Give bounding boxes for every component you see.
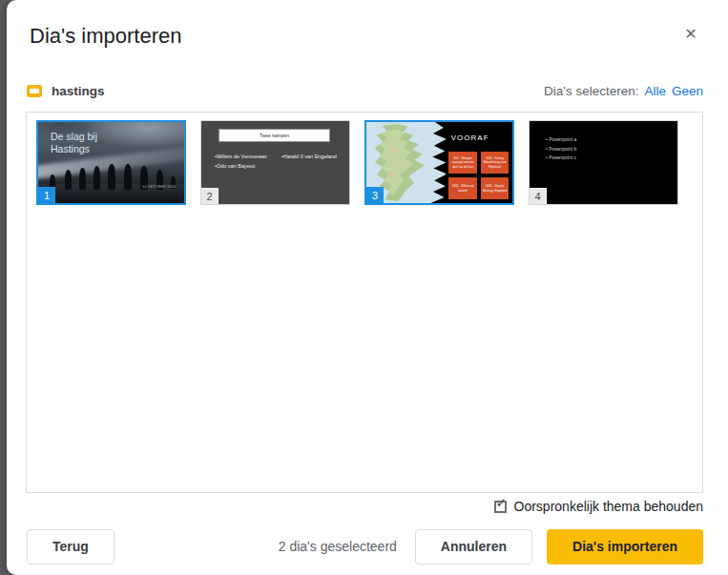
timeline-box: 1066 - Slag bij Hastings Engeland bbox=[481, 177, 509, 199]
import-button[interactable]: Dia's importeren bbox=[547, 529, 703, 565]
slide-caption: 14 OKTOBER 1066 bbox=[142, 184, 176, 189]
select-all-link[interactable]: Alle bbox=[644, 84, 666, 98]
source-row: hastings Dia's selecteren: Alle Geen bbox=[27, 81, 703, 100]
bullet-item: •Willem de Veroveraar bbox=[215, 153, 272, 161]
slide-number-badge: 4 bbox=[530, 188, 547, 204]
slide-thumbnail-2[interactable]: Twee kampen •Willem de Veroveraar •Odo v… bbox=[200, 120, 350, 205]
dialog-title: Dia's importeren bbox=[30, 24, 181, 49]
dialog-footer: Terug 2 dia's geselecteerd Annuleren Dia… bbox=[27, 528, 703, 565]
back-button[interactable]: Terug bbox=[27, 529, 114, 565]
close-icon[interactable]: ✕ bbox=[681, 25, 700, 44]
cancel-button[interactable]: Annuleren bbox=[415, 529, 532, 565]
slide-number-badge: 2 bbox=[201, 188, 218, 204]
timeline-box: 1051 - Willem op bezoek bbox=[448, 177, 476, 199]
slide-title: Twee kampen bbox=[218, 129, 330, 142]
slide-bullets: • Powerpoint a • Powerpoint b • Powerpoi… bbox=[546, 135, 576, 163]
select-slides-controls: Dia's selecteren: Alle Geen bbox=[544, 84, 703, 98]
slide-thumbnail-3[interactable]: VOORAF 955 - Vikingen verjaagd van een d… bbox=[364, 120, 514, 205]
selection-status: 2 dia's geselecteerd bbox=[279, 539, 397, 554]
slide-thumbnail-4[interactable]: • Powerpoint a • Powerpoint b • Powerpoi… bbox=[529, 120, 678, 205]
slide-title: De slag bij Hastings bbox=[51, 131, 112, 155]
soldier-silhouette bbox=[79, 168, 86, 190]
slide-number-badge: 1 bbox=[38, 187, 55, 203]
bullet-item: •Odo van Bayeux bbox=[215, 162, 272, 171]
slide-title: VOORAF bbox=[451, 133, 489, 142]
slides-presentation-icon bbox=[27, 85, 42, 97]
timeline-box: 955 - Vikingen verjaagd van een deel van… bbox=[448, 152, 476, 174]
keep-theme-row: ✓ Oorspronkelijk thema behouden bbox=[494, 499, 703, 514]
select-none-link[interactable]: Geen bbox=[672, 84, 703, 98]
bullet-item: •Harald II van Engeland bbox=[281, 153, 339, 161]
soldier-silhouette bbox=[124, 164, 132, 190]
checkmark-icon: ✓ bbox=[496, 495, 508, 510]
slide-number-badge: 3 bbox=[366, 187, 384, 203]
import-slides-dialog: Dia's importeren ✕ hastings Dia's select… bbox=[7, 0, 728, 575]
slide-thumbnail-1[interactable]: De slag bij Hastings 14 OKTOBER 1066 1 bbox=[36, 120, 186, 205]
thumbnail-row: De slag bij Hastings 14 OKTOBER 1066 1 T… bbox=[36, 120, 678, 205]
bullet-item: • Powerpoint c bbox=[546, 154, 576, 163]
soldier-silhouette bbox=[108, 164, 115, 190]
keep-theme-label: Oorspronkelijk thema behouden bbox=[514, 499, 703, 514]
slide-bullets: •Willem de Veroveraar •Odo van Bayeux •H… bbox=[215, 153, 343, 171]
timeline-boxes: 955 - Vikingen verjaagd van een deel van… bbox=[448, 152, 509, 199]
timeline-box: 1042 - Koning Eduard terug naar Engeland bbox=[481, 152, 509, 174]
bullet-item: • Powerpoint b bbox=[546, 145, 576, 154]
soldier-silhouette bbox=[94, 166, 100, 190]
presentation-name: hastings bbox=[52, 84, 105, 98]
soldier-silhouette bbox=[65, 170, 72, 190]
select-slides-label: Dia's selecteren: bbox=[544, 84, 638, 98]
source-presentation: hastings bbox=[27, 84, 105, 98]
footer-right-group: 2 dia's geselecteerd Annuleren Dia's imp… bbox=[279, 529, 703, 565]
keep-theme-checkbox[interactable]: ✓ bbox=[494, 501, 507, 513]
bullet-item: • Powerpoint a bbox=[546, 135, 576, 145]
slides-panel: De slag bij Hastings 14 OKTOBER 1066 1 T… bbox=[26, 112, 703, 493]
